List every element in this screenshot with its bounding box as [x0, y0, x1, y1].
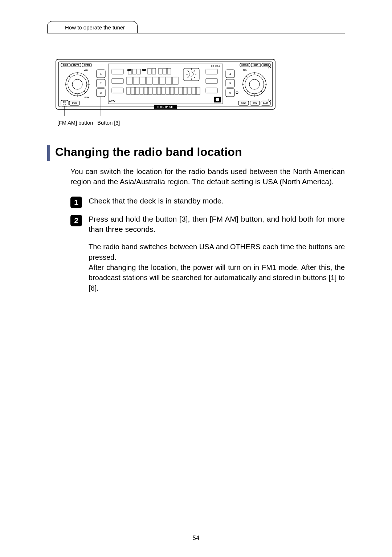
- svg-rect-21: [108, 64, 223, 104]
- page: How to operate the tuner DISC MUTE OPEN: [0, 0, 392, 557]
- step-1-body: Check that the deck is in standby mode.: [89, 196, 345, 206]
- section-tab-label: How to operate the tuner: [65, 24, 125, 31]
- disc-button-label: DISC: [63, 64, 69, 66]
- fast-label: FAST: [263, 102, 269, 104]
- svg-rect-44: [133, 77, 139, 84]
- step-2-body: Press and hold the button [3], then [FM …: [89, 214, 345, 294]
- svg-rect-1: [58, 62, 273, 107]
- svg-rect-41: [206, 69, 217, 74]
- brand-label: ECLIPSE: [158, 105, 174, 109]
- step-2-title: Press and hold the button [3], then [FM …: [89, 214, 345, 235]
- step-1: 1 Check that the deck is in standby mode…: [70, 196, 345, 208]
- svg-rect-62: [166, 87, 170, 94]
- vol-label: VOL: [84, 69, 89, 71]
- step-2-number: 2: [70, 215, 82, 226]
- svg-rect-58: [148, 87, 152, 94]
- func-label: FUNC: [241, 102, 246, 104]
- svg-rect-27: [152, 68, 156, 74]
- preset-4-label: 4: [229, 73, 231, 75]
- preset-2-label: 2: [100, 82, 102, 85]
- step-1-title: Check that the deck is in standby mode.: [89, 196, 345, 206]
- svg-line-40: [194, 77, 195, 78]
- svg-point-77: [236, 92, 238, 94]
- svg-rect-53: [127, 87, 130, 94]
- svg-rect-69: [196, 87, 200, 94]
- svg-line-88: [246, 76, 248, 77]
- preset-5-label: 5: [229, 82, 231, 85]
- svg-rect-60: [157, 87, 161, 94]
- open-button-label: OPEN: [84, 64, 90, 66]
- svg-rect-30: [167, 68, 171, 74]
- svg-rect-29: [163, 68, 167, 74]
- heading-accent-bar: [47, 145, 50, 161]
- svg-rect-55: [135, 87, 139, 94]
- figure-label-btn3: Button [3]: [97, 120, 120, 126]
- svg-rect-42: [112, 78, 123, 84]
- heading-rule: [47, 162, 345, 162]
- radio-figure: DISC MUTE OPEN: [56, 59, 275, 126]
- svg-rect-68: [192, 87, 196, 94]
- svg-rect-28: [159, 68, 162, 74]
- heading-row: Changing the radio band location: [47, 145, 345, 161]
- svg-line-12: [69, 76, 70, 77]
- svg-rect-65: [179, 87, 183, 94]
- pwr-label: PWR: [72, 102, 77, 104]
- svg-rect-67: [188, 87, 191, 94]
- step-2-sub: The radio band switches between USA and …: [89, 242, 345, 293]
- svg-point-82: [245, 75, 264, 94]
- mp3-label: MP3: [109, 99, 115, 102]
- svg-line-14: [69, 91, 70, 93]
- svg-line-39: [188, 77, 189, 78]
- svg-rect-48: [159, 77, 165, 84]
- preset-3-label: 3: [100, 92, 102, 94]
- svg-rect-45: [140, 77, 146, 84]
- step-2: 2 Press and hold the button [3], then [F…: [70, 214, 345, 294]
- svg-line-37: [188, 70, 189, 72]
- svg-line-38: [194, 70, 195, 72]
- svg-point-83: [249, 79, 260, 89]
- svg-line-15: [84, 76, 86, 77]
- svg-rect-61: [162, 87, 165, 94]
- header-rule: [47, 33, 345, 33]
- svg-rect-52: [112, 88, 123, 93]
- section-tab: How to operate the tuner: [47, 21, 138, 33]
- svg-rect-57: [144, 87, 148, 94]
- page-number: 54: [0, 534, 392, 542]
- figure-label-fmam: [FM AM] button: [57, 120, 93, 126]
- svg-rect-46: [146, 77, 152, 84]
- svg-line-13: [84, 91, 86, 93]
- header-tab-row: How to operate the tuner: [47, 21, 345, 33]
- step-1-number: 1: [70, 197, 82, 208]
- sound-label: SOUND: [241, 64, 249, 66]
- section-heading: Changing the radio band location: [55, 145, 242, 161]
- radio-svg: DISC MUTE OPEN: [56, 59, 275, 117]
- svg-line-91: [261, 76, 263, 77]
- svg-rect-56: [140, 87, 143, 94]
- esn-label: ESN: [85, 96, 89, 98]
- svg-rect-43: [127, 77, 132, 84]
- sel-label: SEL: [243, 69, 247, 71]
- seek-label: SEEK: [263, 64, 269, 66]
- mute-button-label: MUTE: [73, 64, 79, 66]
- svg-rect-24: [132, 69, 136, 74]
- model-label: CD 5434: [211, 65, 220, 67]
- svg-rect-64: [175, 87, 178, 94]
- svg-rect-70: [206, 88, 217, 93]
- preset-1-label: 1: [100, 73, 102, 75]
- svg-rect-59: [153, 87, 156, 94]
- svg-point-6: [68, 75, 87, 94]
- svg-rect-50: [172, 77, 178, 84]
- fmam-label-fm: FM: [63, 101, 66, 103]
- svg-line-89: [261, 91, 263, 93]
- svg-rect-22: [112, 69, 123, 74]
- svg-line-90: [246, 91, 248, 93]
- figure-labels: [FM AM] button Button [3]: [57, 120, 275, 126]
- svg-rect-54: [131, 87, 135, 94]
- lcd-disc: DISC: [142, 69, 146, 71]
- svg-rect-47: [153, 77, 159, 84]
- svg-point-7: [72, 79, 82, 89]
- rtn-label: RTN: [253, 102, 257, 104]
- svg-rect-51: [206, 78, 217, 84]
- preset-6-label: 6: [229, 92, 231, 94]
- fmam-label-am: AM: [63, 104, 66, 106]
